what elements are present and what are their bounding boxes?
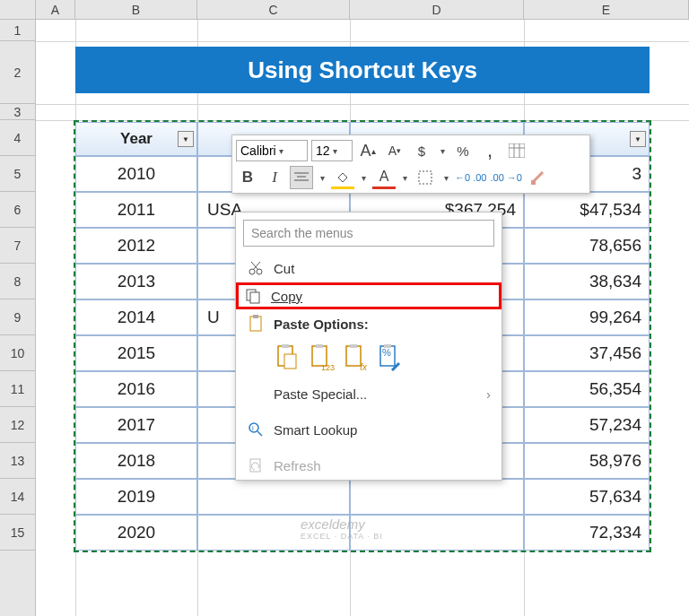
align-center-button[interactable] xyxy=(290,166,313,189)
paste-values-icon[interactable]: 123 xyxy=(308,342,335,372)
menu-item-copy[interactable]: Copy xyxy=(236,282,501,309)
comma-format-button[interactable]: , xyxy=(478,139,501,162)
refresh-icon xyxy=(247,456,265,474)
svg-rect-8 xyxy=(531,180,536,185)
cell-e[interactable]: 37,456 xyxy=(524,335,650,371)
menu-search-input[interactable]: Search the menus xyxy=(243,220,494,247)
row-header-2[interactable]: 2 xyxy=(0,41,35,104)
table-row[interactable]: 201957,634 xyxy=(75,479,650,515)
search-icon: i xyxy=(247,421,265,438)
row-header-7[interactable]: 7 xyxy=(0,228,35,264)
cell-e[interactable]: $47,534 xyxy=(524,192,650,228)
decrease-decimal-button[interactable]: .00 →0 xyxy=(490,166,521,189)
cell-e[interactable]: 78,656 xyxy=(524,228,650,264)
paste-formulas-icon[interactable]: fx xyxy=(342,342,369,372)
cell-year[interactable]: 2014 xyxy=(75,299,197,335)
cell-year[interactable]: 2013 xyxy=(75,264,197,299)
bold-button[interactable]: B xyxy=(236,166,259,189)
table-format-icon xyxy=(509,143,525,158)
fill-color-button[interactable] xyxy=(331,166,354,189)
copy-icon xyxy=(244,287,262,305)
cell-year[interactable]: 2015 xyxy=(75,335,197,371)
title-banner: Using Shortcut Keys xyxy=(75,47,650,93)
cell-year[interactable]: 2017 xyxy=(75,407,197,443)
submenu-arrow-icon: › xyxy=(486,386,491,402)
col-header-d[interactable]: D xyxy=(350,0,524,19)
menu-paste-options-label: Paste Options: xyxy=(236,309,501,338)
format-cells-icon[interactable] xyxy=(505,139,528,162)
svg-point-9 xyxy=(249,269,255,274)
row-header-3[interactable]: 3 xyxy=(0,104,35,120)
row-header-4[interactable]: 4 xyxy=(0,120,35,156)
cell-e[interactable]: 57,234 xyxy=(524,407,650,443)
row-header-13[interactable]: 13 xyxy=(0,443,35,479)
cell-e[interactable]: 72,334 xyxy=(524,515,650,551)
font-size-select[interactable]: 12▾ xyxy=(311,140,353,161)
svg-rect-0 xyxy=(509,143,525,158)
svg-rect-7 xyxy=(419,171,432,184)
paste-formatting-icon[interactable]: % xyxy=(376,342,403,372)
cell-e[interactable]: 38,634 xyxy=(524,264,650,299)
col-header-a[interactable]: A xyxy=(36,0,75,19)
row-header-10[interactable]: 10 xyxy=(0,335,35,371)
svg-text:i: i xyxy=(252,424,254,432)
cell-year[interactable]: 2010 xyxy=(75,156,197,192)
cell-year[interactable]: 2011 xyxy=(75,192,197,228)
column-headers: A B C D E xyxy=(0,0,689,20)
select-all-corner[interactable] xyxy=(0,0,36,19)
borders-button[interactable] xyxy=(414,166,437,189)
cell-c[interactable] xyxy=(197,479,350,515)
paste-options-row: 123 fx % xyxy=(236,338,501,379)
cell-e[interactable]: 99,264 xyxy=(524,299,650,335)
cell-e[interactable]: 58,976 xyxy=(524,443,650,479)
menu-item-paste-special[interactable]: Paste Special... › xyxy=(236,379,501,408)
svg-rect-16 xyxy=(253,315,258,318)
paste-default-icon[interactable] xyxy=(274,342,301,372)
svg-rect-18 xyxy=(282,344,289,348)
th-year[interactable]: Year ▼ xyxy=(75,122,197,156)
context-menu: Search the menus Cut Copy Paste Options:… xyxy=(235,212,502,481)
col-header-b[interactable]: B xyxy=(75,0,197,19)
svg-rect-19 xyxy=(284,354,296,369)
cell-year[interactable]: 2020 xyxy=(75,515,197,551)
font-name-select[interactable]: Calibri▾ xyxy=(236,140,308,161)
page-title: Using Shortcut Keys xyxy=(248,56,477,84)
currency-format-button[interactable]: $ xyxy=(410,139,433,162)
decrease-font-icon[interactable]: A▾ xyxy=(383,139,406,162)
col-header-e[interactable]: E xyxy=(524,0,689,19)
cell-year[interactable]: 2012 xyxy=(75,228,197,264)
cell-year[interactable]: 2016 xyxy=(75,371,197,407)
watermark: exceldemy EXCEL · DATA · BI xyxy=(301,516,383,541)
menu-item-smart-lookup[interactable]: i Smart Lookup xyxy=(236,415,501,444)
increase-font-icon[interactable]: A▴ xyxy=(356,139,379,162)
cell-year[interactable]: 2018 xyxy=(75,443,197,479)
border-icon xyxy=(418,170,432,185)
menu-item-cut[interactable]: Cut xyxy=(236,254,501,282)
filter-dropdown-icon[interactable]: ▼ xyxy=(630,131,646,147)
row-header-11[interactable]: 11 xyxy=(0,371,35,407)
row-header-9[interactable]: 9 xyxy=(0,299,35,335)
filter-dropdown-icon[interactable]: ▼ xyxy=(178,131,194,147)
menu-item-refresh: Refresh xyxy=(236,451,501,480)
italic-button[interactable]: I xyxy=(263,166,286,189)
row-header-6[interactable]: 6 xyxy=(0,192,35,228)
cell-e[interactable]: 57,634 xyxy=(524,479,650,515)
increase-decimal-button[interactable]: ←0 .00 xyxy=(455,166,486,189)
col-header-c[interactable]: C xyxy=(197,0,350,19)
svg-rect-14 xyxy=(250,292,259,303)
cell-year[interactable]: 2019 xyxy=(75,479,197,515)
font-color-button[interactable]: A xyxy=(372,166,396,189)
bucket-icon xyxy=(336,170,350,183)
row-header-8[interactable]: 8 xyxy=(0,264,35,299)
format-painter-button[interactable] xyxy=(526,166,549,189)
cell-d[interactable] xyxy=(350,479,524,515)
row-header-15[interactable]: 15 xyxy=(0,515,35,551)
row-header-5[interactable]: 5 xyxy=(0,156,35,192)
row-header-14[interactable]: 14 xyxy=(0,479,35,515)
cell-e[interactable]: 56,354 xyxy=(524,371,650,407)
svg-rect-15 xyxy=(250,317,261,331)
row-header-1[interactable]: 1 xyxy=(0,20,35,41)
percent-format-button[interactable]: % xyxy=(451,139,475,162)
scissors-icon xyxy=(247,259,265,277)
row-header-12[interactable]: 12 xyxy=(0,407,35,443)
